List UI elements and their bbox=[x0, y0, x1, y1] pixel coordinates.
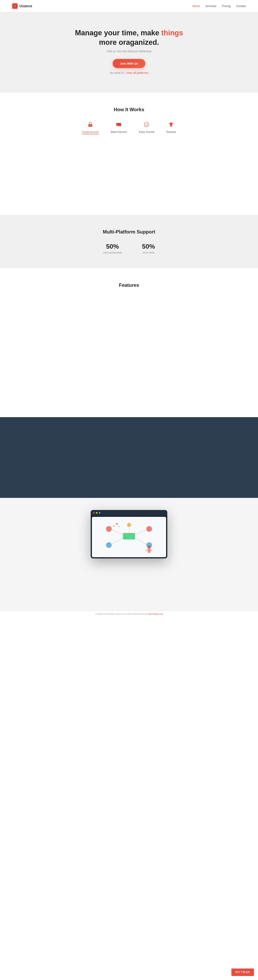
svg-point-7 bbox=[144, 122, 149, 127]
footer-bar: 讨论群加入请扫描bbs.sieniao.com分享好东西给你的朋友吧 bbs.s… bbox=[0, 611, 258, 617]
hero-section: Manage your time, make things more oraga… bbox=[0, 12, 258, 92]
svg-rect-5 bbox=[116, 124, 121, 124]
step-make-payment-label: Make Payment bbox=[111, 130, 127, 134]
step-rewards: Rewards bbox=[166, 121, 176, 134]
logo[interactable]: U Usance bbox=[12, 3, 32, 9]
svg-point-13 bbox=[106, 526, 112, 532]
stat-time-label: more time bbox=[142, 251, 155, 254]
step-make-payment: Make Payment bbox=[111, 121, 127, 134]
stat-productive-label: more productive bbox=[103, 251, 122, 254]
hero-sub-note: No need ID | View all platforms bbox=[12, 71, 246, 75]
stat-productive-number: 50% bbox=[103, 243, 122, 250]
app-window bbox=[91, 510, 167, 558]
svg-point-3 bbox=[90, 125, 91, 126]
svg-point-9 bbox=[147, 124, 148, 124]
footer-link[interactable]: bbs.sieniao.com bbox=[148, 613, 163, 615]
nav-pricing[interactable]: Pricing bbox=[222, 5, 231, 8]
step-create-account-label: Create Account bbox=[82, 130, 98, 134]
stats-container: 50% more productive 50% more time bbox=[12, 243, 246, 254]
logo-text: Usance bbox=[19, 4, 32, 8]
hero-heading: Manage your time, make things more oraga… bbox=[12, 28, 246, 47]
svg-rect-6 bbox=[117, 125, 118, 126]
hero-subtext: Click to Join the Advance Workshop bbox=[12, 49, 246, 53]
svg-line-19 bbox=[135, 530, 146, 535]
svg-rect-11 bbox=[170, 126, 173, 127]
svg-line-30 bbox=[148, 552, 149, 553]
window-dot-yellow bbox=[96, 512, 98, 514]
logo-icon: U bbox=[12, 3, 18, 9]
multi-platform-section: Multi-Platform Support 50% more producti… bbox=[0, 215, 258, 268]
svg-point-17 bbox=[127, 523, 131, 527]
stat-productive: 50% more productive bbox=[103, 243, 122, 254]
nav-contact[interactable]: Contact bbox=[236, 5, 246, 8]
svg-rect-12 bbox=[123, 533, 135, 539]
svg-text:U: U bbox=[14, 5, 16, 7]
view-platforms-link[interactable]: View all platforms bbox=[126, 71, 148, 75]
dark-section bbox=[0, 417, 258, 498]
card-icon bbox=[115, 121, 123, 129]
step-create-account: Create Account bbox=[82, 121, 98, 134]
showcase-section bbox=[0, 498, 258, 571]
svg-line-28 bbox=[146, 549, 148, 551]
features-section: Features bbox=[0, 268, 258, 417]
svg-point-14 bbox=[146, 526, 152, 532]
step-enjoy-label: Enjoy Yourself bbox=[139, 130, 154, 134]
hero-heading-highlight: things bbox=[161, 29, 183, 37]
lock-icon bbox=[86, 121, 94, 129]
how-it-works-section: How It Works Create Account Ma bbox=[0, 92, 258, 215]
window-dot-red bbox=[93, 512, 95, 514]
bottom-section bbox=[0, 571, 258, 611]
join-button[interactable]: Join With Us bbox=[113, 59, 146, 68]
svg-point-8 bbox=[146, 124, 146, 124]
trophy-icon bbox=[167, 121, 175, 129]
app-diagram bbox=[92, 517, 166, 557]
svg-line-18 bbox=[112, 530, 123, 535]
svg-rect-27 bbox=[148, 549, 150, 552]
how-it-works-title: How It Works bbox=[12, 107, 246, 112]
svg-point-15 bbox=[106, 542, 112, 548]
svg-line-20 bbox=[112, 538, 123, 544]
stat-time: 50% more time bbox=[142, 243, 155, 254]
app-window-bar bbox=[91, 510, 167, 515]
step-rewards-label: Rewards bbox=[166, 130, 176, 134]
svg-point-24 bbox=[113, 525, 115, 527]
navbar: U Usance Home Services Pricing Contact bbox=[0, 0, 258, 12]
svg-line-21 bbox=[135, 538, 146, 544]
steps-container: Create Account Make Payment bbox=[12, 121, 246, 134]
stat-time-number: 50% bbox=[142, 243, 155, 250]
nav-links: Home Services Pricing Contact bbox=[192, 4, 246, 8]
hero-heading-part1: Manage your time, make bbox=[75, 29, 161, 37]
smiley-icon bbox=[142, 121, 150, 129]
footer-text: 讨论群加入请扫描bbs.sieniao.com分享好东西给你的朋友吧 bbox=[95, 613, 148, 615]
svg-point-25 bbox=[118, 526, 120, 527]
features-title: Features bbox=[12, 282, 246, 288]
multi-platform-title: Multi-Platform Support bbox=[12, 229, 246, 235]
svg-line-31 bbox=[150, 552, 150, 553]
hero-heading-part2: more oraganized. bbox=[99, 38, 159, 46]
svg-point-26 bbox=[147, 546, 151, 549]
nav-services[interactable]: Services bbox=[206, 5, 216, 8]
step-enjoy: Enjoy Yourself bbox=[139, 121, 154, 134]
svg-rect-10 bbox=[171, 125, 172, 126]
app-window-body bbox=[92, 517, 166, 557]
window-dot-green bbox=[99, 512, 100, 514]
svg-line-29 bbox=[150, 549, 152, 551]
nav-home[interactable]: Home bbox=[192, 5, 200, 8]
svg-point-23 bbox=[116, 523, 118, 525]
